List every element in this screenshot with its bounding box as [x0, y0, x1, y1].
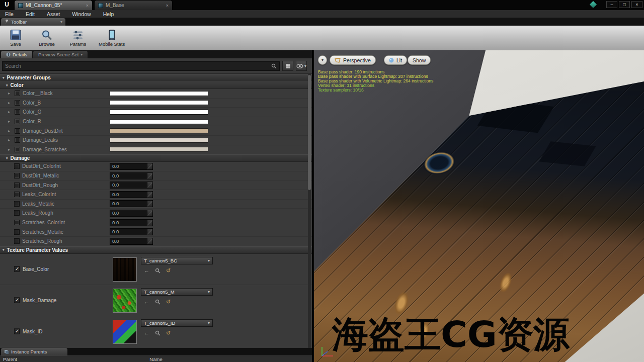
mobile-stats-button[interactable]: Mobile Stats — [99, 29, 125, 47]
group-header-color[interactable]: ▾ Color — [0, 81, 312, 89]
toolbar-tab[interactable]: Toolbar ▾ — [1, 18, 65, 26]
texture-thumbnail[interactable] — [113, 289, 137, 313]
minimize-button[interactable]: – — [606, 1, 617, 8]
browse-button[interactable]: Browse — [36, 29, 57, 47]
reset-to-default-icon[interactable]: ↺ — [166, 299, 171, 305]
scrollbar-thumb[interactable] — [308, 75, 311, 190]
color-swatch[interactable] — [110, 100, 208, 105]
override-checkbox[interactable] — [14, 173, 20, 178]
spinner-handle[interactable] — [147, 220, 152, 226]
value-spinbox[interactable]: 0.0 — [110, 182, 153, 189]
tab-close-icon[interactable]: × — [86, 3, 89, 8]
override-checkbox[interactable]: ✓ — [14, 266, 20, 272]
group-header-parameter-groups[interactable]: ▾ Parameter Groups — [0, 74, 312, 81]
override-checkbox[interactable] — [15, 119, 20, 124]
override-checkbox[interactable] — [14, 229, 20, 235]
asset-dropdown[interactable]: T_cannon5_M ▾ — [141, 288, 213, 296]
override-checkbox[interactable] — [15, 128, 20, 134]
lit-mode-button[interactable]: Lit — [384, 55, 407, 65]
value-spinbox[interactable]: 0.0 — [110, 238, 153, 245]
texture-thumbnail[interactable] — [113, 320, 137, 344]
view-options-button[interactable]: ▾ — [296, 61, 307, 71]
override-checkbox[interactable] — [14, 238, 20, 244]
spinner-handle[interactable] — [147, 173, 152, 179]
texture-thumbnail[interactable] — [113, 257, 137, 282]
viewport-options-button[interactable]: ▾ — [318, 55, 327, 65]
expander-icon[interactable]: ▸ — [8, 147, 12, 152]
maximize-button[interactable]: □ — [619, 1, 630, 8]
asset-dropdown[interactable]: T_cannon5_BC ▾ — [141, 257, 213, 264]
color-swatch[interactable] — [110, 91, 208, 96]
menu-window[interactable]: Window — [72, 11, 91, 17]
color-swatch[interactable] — [110, 128, 208, 133]
tab-details[interactable]: Details — [1, 51, 32, 58]
column-name[interactable]: Name — [0, 356, 312, 362]
spinner-handle[interactable] — [147, 192, 152, 198]
group-header-texture-parameter-values[interactable]: ▾ Texture Parameter Values — [0, 246, 312, 254]
find-asset-icon[interactable] — [155, 330, 160, 336]
group-header-damage[interactable]: ▾ Damage — [0, 154, 312, 162]
tab-preview-scene-settings[interactable]: Preview Scene Set ▾ — [33, 51, 88, 58]
value-spinbox[interactable]: 0.0 — [110, 172, 153, 179]
override-checkbox[interactable] — [15, 147, 20, 152]
expander-icon[interactable]: ▸ — [8, 101, 12, 105]
reset-to-default-icon[interactable]: ↺ — [166, 267, 171, 274]
color-swatch[interactable] — [110, 119, 208, 124]
reset-to-default-icon[interactable]: ↺ — [166, 330, 171, 336]
use-selected-icon[interactable]: ← — [144, 299, 149, 305]
display-filter-button[interactable] — [282, 61, 293, 71]
preview-viewport[interactable]: Base pass shader: 190 instructions Base … — [313, 50, 644, 362]
tab-instance-parents[interactable]: Instance Parents — [1, 348, 67, 355]
menu-help[interactable]: Help — [103, 11, 114, 17]
override-checkbox[interactable] — [14, 210, 20, 216]
editor-settings-icon[interactable] — [590, 1, 597, 8]
override-checkbox[interactable]: ✓ — [14, 298, 20, 303]
value-spinbox[interactable]: 0.0 — [110, 219, 153, 226]
override-checkbox[interactable] — [14, 163, 20, 169]
expander-icon[interactable]: ▸ — [8, 91, 12, 96]
spinner-handle[interactable] — [147, 201, 152, 207]
color-swatch[interactable] — [110, 110, 208, 115]
value-spinbox[interactable]: 0.0 — [110, 228, 153, 235]
override-checkbox[interactable] — [14, 183, 20, 188]
value-spinbox[interactable]: 0.0 — [110, 210, 153, 217]
find-asset-icon[interactable] — [155, 268, 160, 274]
show-flags-button[interactable]: Show — [408, 55, 431, 65]
override-checkbox[interactable] — [15, 90, 20, 96]
expander-icon[interactable]: ▸ — [8, 129, 12, 133]
asset-dropdown[interactable]: T_cannon5_ID ▾ — [141, 319, 213, 327]
find-asset-icon[interactable] — [155, 299, 160, 305]
menu-file[interactable]: File — [5, 11, 14, 17]
menu-edit[interactable]: Edit — [26, 11, 35, 17]
color-swatch[interactable] — [110, 147, 208, 152]
expander-icon[interactable]: ▸ — [8, 138, 12, 142]
override-checkbox[interactable] — [14, 192, 20, 197]
spinner-handle[interactable] — [147, 210, 152, 216]
spinner-handle[interactable] — [147, 163, 152, 169]
override-checkbox[interactable] — [15, 109, 20, 115]
use-selected-icon[interactable]: ← — [144, 267, 149, 274]
search-box[interactable] — [2, 61, 280, 71]
caret-down-icon[interactable]: ▾ — [60, 20, 62, 24]
value-spinbox[interactable]: 0.0 — [110, 191, 153, 198]
override-checkbox[interactable] — [14, 201, 20, 207]
params-button[interactable]: Params — [67, 29, 89, 47]
use-selected-icon[interactable]: ← — [144, 330, 149, 336]
search-input[interactable] — [5, 63, 269, 69]
perspective-button[interactable]: Perspective — [330, 55, 376, 65]
color-swatch[interactable] — [110, 138, 208, 143]
expander-icon[interactable]: ▸ — [8, 110, 12, 114]
spinner-handle[interactable] — [147, 238, 152, 244]
save-button[interactable]: Save — [5, 29, 26, 47]
details-scrollbar[interactable] — [308, 74, 311, 348]
spinner-handle[interactable] — [147, 229, 152, 235]
override-checkbox[interactable] — [15, 137, 20, 143]
spinner-handle[interactable] — [147, 182, 152, 188]
close-button[interactable]: × — [631, 1, 642, 8]
override-checkbox[interactable]: ✓ — [14, 329, 20, 334]
doc-tab-mi-cannon[interactable]: MI_Cannon_05* × — [14, 0, 93, 10]
doc-tab-m-base[interactable]: M_Base × — [94, 0, 173, 10]
override-checkbox[interactable] — [14, 220, 20, 225]
value-spinbox[interactable]: 0.0 — [110, 200, 153, 207]
value-spinbox[interactable]: 0.0 — [110, 163, 153, 170]
